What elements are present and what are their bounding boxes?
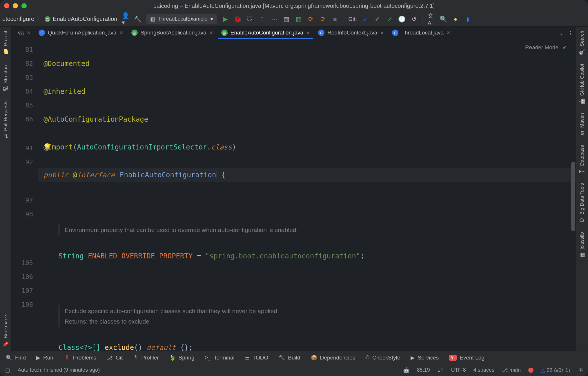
line-number[interactable]: 82 [12, 57, 33, 71]
user-icon[interactable]: 👤▾ [122, 15, 129, 23]
git-commit-icon[interactable]: ✔ [374, 15, 381, 23]
tab-threadlocal[interactable]: CThreadLocal.java✕ [389, 27, 454, 39]
ms-logo-icon[interactable]: ⊞ [578, 367, 583, 373]
translate-icon[interactable]: 文A [427, 15, 435, 23]
rail-project[interactable]: 📁Project [3, 31, 9, 55]
rail-maven[interactable]: mMaven [579, 113, 585, 136]
tw-terminal[interactable]: >_Terminal [205, 355, 234, 361]
rail-structure[interactable]: 🏗Structure [3, 63, 9, 92]
undo-icon[interactable]: ↺ [410, 15, 418, 23]
line-number[interactable]: 108 [12, 298, 33, 312]
coverage-icon[interactable]: 🛡 [246, 15, 254, 23]
chevron-down-icon[interactable]: ⌄ [559, 30, 563, 36]
settings-sync-icon[interactable]: ◗ [464, 15, 471, 23]
rail-search[interactable]: 🔍Search [579, 31, 585, 55]
search-everywhere-icon[interactable]: 🔍 [440, 15, 447, 23]
rail-pull-requests[interactable]: ⇄Pull Requests [3, 101, 9, 140]
line-number[interactable]: 83 [12, 71, 33, 85]
rail-database[interactable]: 🗄Database [579, 145, 585, 174]
status-line-separator[interactable]: LF [438, 367, 444, 373]
tw-find[interactable]: 🔍Find [6, 355, 26, 361]
tw-spring[interactable]: 🍃Spring [169, 355, 195, 361]
line-number[interactable]: 85 [12, 98, 33, 112]
tab-enableautoconfiguration[interactable]: @EnableAutoConfiguration.java✕ [218, 27, 313, 39]
status-caret-position[interactable]: 85:19 [417, 367, 430, 373]
tw-git[interactable]: ⎇Git [107, 355, 123, 361]
line-number[interactable]: 91 [12, 141, 33, 155]
hotswap2-icon[interactable]: ⟳ [319, 15, 327, 23]
maximize-window-button[interactable] [21, 3, 27, 8]
tw-problems[interactable]: ❗Problems [64, 355, 96, 361]
close-icon[interactable]: ✕ [209, 30, 213, 36]
intention-bulb-icon[interactable]: 💡 [43, 140, 52, 154]
more-run-icon[interactable]: ⋯ [271, 15, 278, 23]
ide-tips-icon[interactable]: ● [452, 15, 459, 23]
profile-icon[interactable]: ⤴ [258, 15, 266, 23]
close-icon[interactable]: ✕ [27, 30, 30, 36]
line-number[interactable]: 97 [12, 194, 33, 207]
tw-services[interactable]: ▶Services [411, 355, 439, 361]
tw-profiler[interactable]: ⏱Profiler [133, 355, 159, 361]
line-number[interactable]: 86 [12, 112, 33, 126]
breadcrumb[interactable]: utoconfigure 〉 @ EnableAutoConfiguration [2, 15, 117, 23]
close-icon[interactable]: ✕ [306, 30, 310, 36]
line-gutter[interactable]: 81 82 83 84 85 86 91 92 97 98 105 106 10… [12, 40, 38, 351]
hotswap-icon[interactable]: ⟳ [307, 15, 315, 23]
toolwindow-toggle-icon[interactable]: ▢ [5, 367, 10, 373]
line-number[interactable]: 106 [12, 270, 33, 284]
editor-body[interactable]: Reader Mode ✔ 81 82 83 84 85 86 91 92 97… [12, 40, 576, 351]
minimize-window-button[interactable] [13, 3, 18, 8]
close-icon[interactable]: ✕ [119, 30, 123, 36]
run-configuration-selector[interactable]: ▥ ThreadLocalExample ▾ [146, 14, 217, 24]
rail-copilot[interactable]: 🤖GitHub Copilot [579, 64, 585, 105]
status-autofetch[interactable]: Auto fetch: finished (9 minutes ago) [18, 367, 100, 373]
tab-springbootapplication[interactable]: @SpringBootApplication.java✕ [128, 27, 217, 39]
debug-icon[interactable]: 🐞 [234, 15, 242, 23]
status-alert-icon[interactable] [528, 368, 533, 373]
hammer-build-icon[interactable]: 🔨 [134, 15, 141, 23]
scrollbar-track[interactable] [571, 57, 575, 348]
line-number[interactable]: 105 [12, 256, 33, 270]
rail-bigdata[interactable]: DBig Data Tools [579, 183, 585, 223]
editor-tabs: va✕ CQuickForumApplication.java✕ @Spring… [12, 27, 576, 40]
line-number[interactable]: 84 [12, 85, 33, 98]
more-icon[interactable]: ⋮ [568, 30, 573, 36]
code-text: default [146, 344, 180, 351]
line-number[interactable]: 98 [12, 207, 33, 221]
line-number[interactable]: 107 [12, 284, 33, 298]
close-icon[interactable]: ✕ [380, 30, 384, 36]
status-diff[interactable]: △ 22 ∆/0↑ 1↓ [541, 367, 571, 373]
tw-todo[interactable]: ☰TODO [245, 355, 268, 361]
tw-dependencies[interactable]: 📦Dependencies [311, 355, 355, 361]
copilot-status-icon[interactable]: 🤖 [403, 367, 409, 373]
tab-reqinfocontext[interactable]: CReqInfoContext.java✕ [315, 27, 387, 39]
close-window-button[interactable] [4, 3, 9, 8]
line-number[interactable]: 92 [12, 155, 33, 169]
reader-mode-toggle[interactable]: Reader Mode ✔ [525, 44, 567, 51]
tw-eventlog[interactable]: 9+Event Log [449, 355, 484, 361]
tw-run[interactable]: ▶Run [36, 355, 53, 361]
rail-bookmarks[interactable]: 🔖Bookmarks [3, 314, 9, 347]
close-icon[interactable]: ✕ [447, 30, 450, 36]
breadcrumb-root[interactable]: utoconfigure [2, 16, 34, 22]
attach-icon[interactable]: ▦ [283, 15, 290, 23]
run-icon[interactable]: ▶ [222, 15, 229, 23]
tw-checkstyle[interactable]: ©CheckStyle [366, 355, 400, 361]
status-git-branch[interactable]: ⎇ main [502, 367, 521, 373]
git-history-icon[interactable]: 🕘 [398, 15, 406, 23]
stop-icon[interactable]: ■ [331, 15, 339, 23]
scrollbar-thumb[interactable] [571, 162, 575, 231]
tw-label: Event Log [460, 355, 484, 361]
rerun-icon[interactable]: ▦ [295, 15, 302, 23]
git-push-icon[interactable]: ↗ [386, 15, 393, 23]
code-content[interactable]: @Documented @Inherited @AutoConfiguratio… [38, 40, 576, 351]
status-indent[interactable]: 4 spaces [473, 367, 494, 373]
tw-build[interactable]: 🔨Build [279, 355, 300, 361]
status-encoding[interactable]: UTF-8 [451, 367, 466, 373]
line-number[interactable]: 81 [12, 43, 33, 57]
git-pull-icon[interactable]: ↙ [362, 15, 369, 23]
tab-quickforumapplication[interactable]: CQuickForumApplication.java✕ [35, 27, 127, 39]
tab-va[interactable]: va✕ [14, 27, 34, 39]
breadcrumb-leaf[interactable]: EnableAutoConfiguration [53, 16, 117, 22]
rail-jclasslib[interactable]: ▦jclasslib [579, 232, 585, 258]
